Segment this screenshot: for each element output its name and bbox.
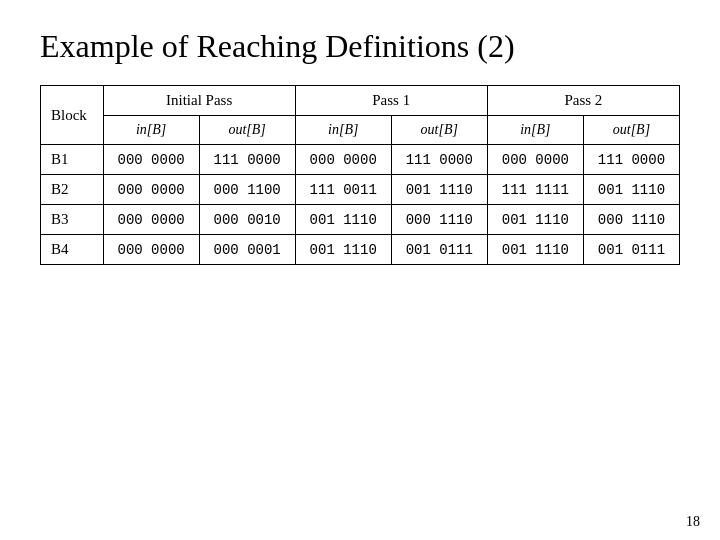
reaching-definitions-table: Block Initial Pass Pass 1 Pass 2 in[B] o… [40,85,680,265]
initial-out-header: out[B] [199,116,295,145]
page-title: Example of Reaching Definitions (2) [0,0,720,85]
data-cell: 000 0000 [295,145,391,175]
data-cell: 000 1110 [583,205,679,235]
pass1-header: Pass 1 [295,86,487,116]
pass2-in-header: in[B] [487,116,583,145]
data-cell: 000 1110 [391,205,487,235]
data-cell: 001 1110 [583,175,679,205]
data-cell: 001 1110 [487,205,583,235]
data-cell: 001 1110 [295,205,391,235]
data-cell: 000 0000 [103,235,199,265]
data-cell: 000 0010 [199,205,295,235]
data-cell: 001 1110 [391,175,487,205]
table-row: B4000 0000000 0001001 1110001 0111001 11… [41,235,680,265]
initial-in-header: in[B] [103,116,199,145]
table-row: B1000 0000111 0000000 0000111 0000000 00… [41,145,680,175]
data-cell: 000 0000 [103,205,199,235]
pass2-header: Pass 2 [487,86,679,116]
data-cell: 000 0000 [103,175,199,205]
block-label-cell: B4 [41,235,104,265]
data-cell: 111 0000 [391,145,487,175]
pass1-in-header: in[B] [295,116,391,145]
page-number: 18 [686,514,700,530]
table-row: B3000 0000000 0010001 1110000 1110001 11… [41,205,680,235]
block-column-header: Block [41,86,104,145]
data-cell: 001 0111 [583,235,679,265]
data-cell: 000 0000 [487,145,583,175]
data-cell: 111 1111 [487,175,583,205]
data-cell: 000 1100 [199,175,295,205]
table-row: B2000 0000000 1100111 0011001 1110111 11… [41,175,680,205]
pass2-out-header: out[B] [583,116,679,145]
data-cell: 111 0000 [199,145,295,175]
initial-pass-header: Initial Pass [103,86,295,116]
data-cell: 111 0011 [295,175,391,205]
table-container: Block Initial Pass Pass 1 Pass 2 in[B] o… [0,85,720,265]
data-cell: 000 0001 [199,235,295,265]
data-cell: 001 0111 [391,235,487,265]
block-label-cell: B3 [41,205,104,235]
block-label-cell: B2 [41,175,104,205]
block-label-cell: B1 [41,145,104,175]
data-cell: 001 1110 [487,235,583,265]
data-cell: 001 1110 [295,235,391,265]
pass1-out-header: out[B] [391,116,487,145]
data-cell: 000 0000 [103,145,199,175]
data-cell: 111 0000 [583,145,679,175]
